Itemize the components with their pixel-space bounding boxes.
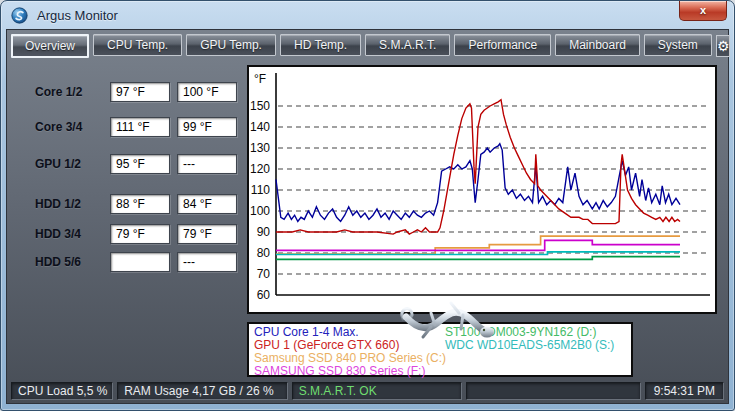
tab-bar: OverviewCPU Temp.GPU Temp.HD Temp.S.M.A.… (11, 34, 724, 58)
gear-icon[interactable]: ⚙ (716, 35, 731, 57)
status-box (466, 382, 640, 400)
sensor-label: HDD 5/6 (35, 252, 107, 272)
svg-text:°F: °F (254, 72, 266, 86)
tab-performance[interactable]: Performance (454, 34, 551, 56)
tab-system[interactable]: System (644, 34, 712, 56)
sensor-value-2: --- (177, 252, 237, 272)
legend-item: SAMSUNG SSD 830 Series (F:) (254, 365, 446, 378)
svg-text:90: 90 (257, 225, 271, 239)
sensor-value-2: 99 °F (177, 117, 237, 137)
tab-mainboard[interactable]: Mainboard (555, 34, 640, 56)
sensor-label: GPU 1/2 (35, 154, 107, 174)
tab-cpu-temp-[interactable]: CPU Temp. (93, 34, 182, 56)
main-content: OverviewCPU Temp.GPU Temp.HD Temp.S.M.A.… (6, 29, 729, 404)
status-box: 9:54:31 PM (645, 382, 724, 400)
window-title: Argus Monitor (37, 8, 118, 23)
tab-s-m-a-r-t-[interactable]: S.M.A.R.T. (365, 34, 450, 56)
tab-list: OverviewCPU Temp.GPU Temp.HD Temp.S.M.A.… (11, 34, 712, 58)
status-box: CPU Load 5,5 % (11, 382, 113, 400)
argus-app-icon (11, 7, 28, 24)
sensor-value-2: 84 °F (177, 194, 237, 214)
svg-text:150: 150 (250, 99, 270, 113)
svg-text:80: 80 (257, 246, 271, 260)
svg-text:130: 130 (250, 141, 270, 155)
svg-text:110: 110 (251, 183, 270, 197)
sensor-value-2: 100 °F (177, 82, 237, 102)
sensor-value-2: --- (177, 154, 237, 174)
temperature-chart-svg: 15014013012011010090807060°F (249, 67, 715, 312)
sensor-value-1: 88 °F (110, 194, 170, 214)
temperature-chart: 15014013012011010090807060°F (247, 65, 717, 314)
sensor-label: Core 3/4 (35, 117, 107, 137)
svg-text:70: 70 (257, 267, 271, 281)
argus-monitor-window: Argus Monitor x OverviewCPU Temp.GPU Tem… (0, 0, 735, 411)
sensor-value-1: 111 °F (110, 117, 170, 137)
status-box: S.M.A.R.T. OK (292, 382, 463, 400)
svg-text:120: 120 (250, 162, 270, 176)
gecko-logo (397, 285, 497, 351)
sensor-label: HDD 3/4 (35, 224, 107, 244)
tab-gpu-temp-[interactable]: GPU Temp. (186, 34, 276, 56)
sensor-value-1: 97 °F (110, 82, 170, 102)
tab-hd-temp-[interactable]: HD Temp. (280, 34, 361, 56)
svg-text:100: 100 (250, 204, 270, 218)
status-bar: CPU Load 5,5 %RAM Usage 4,17 GB / 26 %S.… (7, 379, 728, 403)
svg-text:140: 140 (250, 120, 270, 134)
sensor-label: HDD 1/2 (35, 194, 107, 214)
sensor-value-1 (110, 252, 170, 272)
svg-text:60: 60 (257, 288, 271, 302)
sensor-value-1: 79 °F (110, 224, 170, 244)
sensor-label: Core 1/2 (35, 82, 107, 102)
close-button[interactable]: x (679, 1, 727, 21)
status-box: RAM Usage 4,17 GB / 26 % (117, 382, 288, 400)
titlebar: Argus Monitor (1, 1, 734, 29)
tab-overview[interactable]: Overview (11, 34, 89, 58)
sensor-value-1: 95 °F (110, 154, 170, 174)
sensor-value-2: 79 °F (177, 224, 237, 244)
